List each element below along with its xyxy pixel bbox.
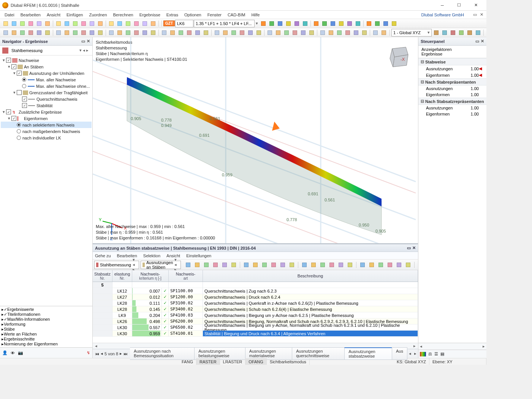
toolbar-button[interactable] — [54, 20, 63, 27]
menu-hilfe[interactable]: Hilfe — [248, 12, 263, 18]
cp-value-row[interactable]: Ausnutzungen1.00 — [418, 105, 486, 111]
table-grid[interactable]: StabsatzNr. elastungNr. Nachweis-kriteri… — [93, 270, 418, 343]
tree-querschnitt[interactable]: Querschnittsnachweis — [36, 97, 78, 101]
toolbar-button[interactable] — [449, 29, 457, 36]
chevron-down-icon[interactable]: ▾ — [255, 21, 259, 26]
toolbar-button[interactable] — [43, 29, 52, 36]
menu-ergebnisse[interactable]: Ergebnisse — [136, 12, 163, 18]
nav-bottom-item[interactable]: ▸✓Titelinformationen — [1, 312, 92, 317]
toolbar-button[interactable] — [18, 20, 27, 27]
toolbar-button[interactable] — [300, 261, 309, 269]
toolbar-button[interactable] — [246, 29, 255, 36]
cp-scrollbar[interactable]: ◂▸ — [418, 343, 486, 350]
toolbar-button[interactable] — [185, 29, 193, 36]
toolbar-button[interactable] — [79, 20, 88, 27]
toolbar-button[interactable] — [432, 29, 440, 36]
nav-bottom-item[interactable]: ▸Normierung der Eigenformen — [1, 342, 92, 347]
status-lraster[interactable]: LRASTER — [220, 358, 246, 365]
menu-zuordnen[interactable]: Zuordnen — [86, 12, 110, 18]
table-row[interactable]: LK90.204✓SP4100.03Querschnittsnachweis |… — [93, 312, 418, 318]
toolbar-button[interactable] — [168, 29, 177, 36]
cp-group-header[interactable]: ⊟Nach Stabrepräsentanten — [418, 78, 486, 86]
tree-ausnutzung-umh[interactable]: Ausnutzung der Umhüllenden — [29, 71, 84, 76]
toolbar-button[interactable] — [318, 261, 327, 269]
toolbar-button[interactable] — [329, 20, 337, 27]
toolbar-button[interactable] — [457, 29, 466, 36]
toolbar-button[interactable] — [268, 20, 276, 27]
prev-icon[interactable]: ◂ — [101, 351, 103, 356]
toolbar-button[interactable] — [132, 29, 141, 36]
toolbar-button[interactable] — [230, 29, 238, 36]
menu-cadbim[interactable]: CAD-BIM — [225, 12, 248, 18]
toolbar-button[interactable] — [365, 20, 373, 27]
toolbar-button[interactable] — [380, 29, 388, 36]
toolbar-button[interactable] — [88, 20, 96, 27]
toolbar-button[interactable] — [358, 261, 367, 269]
tree-nachweise[interactable]: Nachweise — [19, 58, 39, 63]
tree-gztf[interactable]: Grenzzustand der Tragfähigkeit — [29, 90, 87, 95]
toolbar-button[interactable] — [63, 20, 71, 27]
maximize-button[interactable]: ☐ — [451, 0, 467, 11]
tree-eigenformen[interactable]: Eigenformen — [24, 116, 48, 121]
cp-tab-palette-icon[interactable] — [420, 352, 426, 356]
toolbar-button[interactable] — [132, 20, 141, 27]
status-sicht[interactable]: Sichtbarkeitsmodus — [267, 358, 310, 365]
toolbar-button[interactable] — [27, 29, 35, 36]
toolbar-button[interactable] — [107, 29, 116, 36]
toolbar-button[interactable] — [346, 261, 354, 269]
table-row[interactable]: LK270.012✓SP1200.00Querschnittsnachweis … — [93, 294, 418, 300]
toolbar-button[interactable] — [260, 261, 269, 269]
toolbar-button[interactable] — [328, 261, 336, 269]
status-ofang[interactable]: OFANG — [245, 358, 267, 365]
toolbar-button[interactable] — [43, 20, 52, 27]
table-group-row[interactable]: 5 — [93, 282, 418, 288]
menu-berechnen[interactable]: Berechnen — [110, 12, 136, 18]
menu-extras[interactable]: Extras — [163, 12, 181, 18]
toolbar-button[interactable] — [284, 20, 293, 27]
cp-tab-scale-icon[interactable]: ⚖ — [428, 352, 432, 356]
view-cube[interactable]: -X — [385, 42, 413, 71]
first-icon[interactable]: ⏮ — [95, 352, 99, 356]
toolbar-button[interactable] — [274, 29, 282, 36]
toolbar-button[interactable] — [337, 20, 345, 27]
radio-nach-mass[interactable] — [17, 129, 21, 133]
table-combo-2[interactable]: Ausnutzungen an Stäben ▾ ◂ ▸ — [141, 261, 181, 269]
menu-optionen[interactable]: Optionen — [181, 12, 204, 18]
radio-nach-sel[interactable] — [17, 123, 21, 127]
toolbar-button[interactable] — [312, 20, 320, 27]
toolbar-button[interactable] — [242, 261, 250, 269]
last-icon[interactable]: ⏭ — [124, 352, 128, 356]
status-ks[interactable]: KS: Global XYZ — [394, 358, 429, 365]
toolbar-button[interactable] — [141, 29, 149, 36]
cp-value-row[interactable]: Eigenformen1.00◀ — [418, 72, 486, 78]
table-pin-icon[interactable]: ▭ — [407, 245, 411, 250]
toolbar-button[interactable] — [116, 20, 124, 27]
toolbar-button[interactable] — [335, 29, 344, 36]
toolbar-button[interactable] — [71, 20, 79, 27]
toolbar-button[interactable] — [269, 261, 278, 269]
lk-desc-input[interactable] — [194, 20, 255, 27]
tm-sel[interactable]: Selektion — [143, 253, 160, 258]
toolbar-button[interactable] — [220, 261, 229, 269]
table-combo-1[interactable]: Stahlbemessung ▾ ◂ ▸ — [94, 261, 139, 269]
cp-value-row[interactable]: Eigenformen1.00 — [418, 92, 486, 98]
toolbar-button[interactable] — [293, 20, 301, 27]
mdi-minimize-icon[interactable]: ▭ — [472, 12, 478, 17]
coord-combo[interactable]: 1 - Global XYZ▾ — [391, 29, 432, 36]
toolbar-button[interactable] — [160, 29, 168, 36]
toolbar-button[interactable] — [301, 20, 309, 27]
toolbar-button[interactable] — [35, 29, 43, 36]
pin-icon[interactable]: ▭ — [81, 39, 85, 44]
toolbar-button[interactable] — [124, 29, 132, 36]
toolbar-button[interactable] — [2, 29, 10, 36]
table-row[interactable]: LK280.111✓SP3100.02Querschnittsnachweis … — [93, 300, 418, 306]
table-row[interactable]: LK300.959✓ST4100.01Stabilität | Biegung … — [93, 331, 418, 337]
tree-zerg[interactable]: Zusätzliche Ergebnisse — [19, 110, 62, 114]
cp-close-icon[interactable]: ✕ — [481, 39, 484, 44]
toolbar-button[interactable] — [54, 29, 63, 36]
toolbar-button[interactable] — [193, 261, 201, 269]
cp-tab-list-icon[interactable]: ☰ — [434, 352, 438, 356]
gzt-badge[interactable]: GZT — [163, 21, 175, 26]
toolbar-button[interactable] — [309, 261, 318, 269]
tree-nach-sel[interactable]: nach selektiertem Nachweis — [22, 123, 74, 127]
